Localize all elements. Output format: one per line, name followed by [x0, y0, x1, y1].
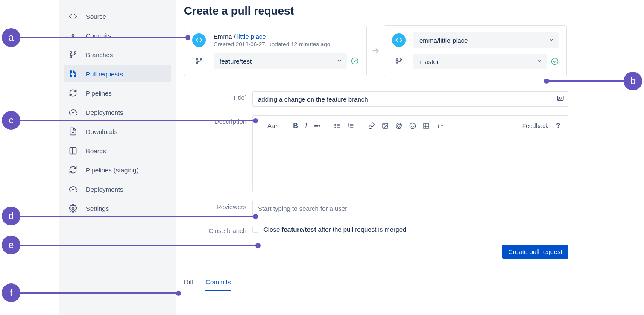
help-icon[interactable]: ?	[556, 122, 560, 130]
sidebar-item-label: Pull requests	[86, 70, 123, 78]
source-repo-name: Emma / little place	[214, 33, 330, 40]
cloud-upload-icon	[68, 184, 78, 194]
svg-point-23	[552, 58, 558, 65]
svg-point-3	[70, 52, 72, 53]
pull-request-icon	[68, 69, 78, 79]
sidebar-item-pipelines-staging[interactable]: Pipelines (staging)	[64, 161, 171, 178]
tabs: Diff Commits	[184, 276, 609, 291]
description-editor[interactable]: Aa B I ••• 123	[252, 115, 568, 192]
svg-point-16	[200, 58, 202, 60]
svg-point-0	[72, 35, 74, 37]
sidebar-item-label: Deployments	[86, 186, 123, 193]
sidebar-item-deployments[interactable]: Deployments	[64, 104, 171, 121]
emoji-button[interactable]	[407, 121, 418, 131]
select-value: feature/test	[220, 58, 252, 65]
contact-card-icon[interactable]	[556, 94, 564, 104]
sidebar-item-deployments-2[interactable]: Deployments	[64, 181, 171, 198]
tab-commits[interactable]: Commits	[205, 276, 231, 291]
sidebar-item-label: Pipelines	[86, 90, 112, 97]
source-branch-select[interactable]: feature/test	[214, 53, 347, 69]
editor-toolbar: Aa B I ••• 123	[253, 116, 568, 136]
sidebar-item-label: Branches	[86, 51, 113, 58]
sidebar-item-settings[interactable]: Settings	[64, 200, 171, 217]
sidebar-item-label: Source	[86, 13, 106, 20]
svg-rect-45	[424, 123, 429, 128]
status-check-icon	[551, 58, 559, 65]
svg-point-4	[74, 52, 76, 53]
sidebar-item-pull-requests[interactable]: Pull requests	[64, 65, 171, 82]
sidebar-item-pipelines[interactable]: Pipelines	[64, 85, 171, 102]
more-formatting-button[interactable]: •••	[312, 121, 322, 131]
sidebar-item-label: Boards	[86, 147, 106, 155]
download-icon	[68, 126, 78, 137]
svg-point-8	[74, 75, 76, 77]
bullet-list-button[interactable]	[332, 121, 342, 131]
svg-point-21	[400, 59, 402, 61]
status-check-icon	[351, 57, 359, 65]
annotation-c: c	[2, 111, 20, 130]
mention-button[interactable]: @	[394, 120, 404, 131]
sidebar-item-branches[interactable]: Branches	[64, 46, 171, 63]
svg-text:3: 3	[348, 126, 349, 128]
svg-point-25	[559, 97, 560, 99]
arrow-icon	[367, 46, 384, 55]
commit-icon	[68, 30, 78, 41]
link-button[interactable]	[366, 121, 377, 131]
annotation-f: f	[2, 283, 20, 302]
annotation-e: e	[2, 236, 20, 254]
main-content: Create a pull request Emma / little plac…	[176, 0, 614, 315]
table-button[interactable]	[421, 121, 431, 131]
feedback-link[interactable]: Feedback	[522, 122, 548, 129]
svg-rect-11	[70, 148, 76, 154]
repo-icon	[192, 33, 206, 47]
numbered-list-button[interactable]: 123	[346, 121, 356, 131]
annotation-b: b	[624, 72, 642, 90]
svg-point-41	[384, 124, 385, 125]
title-label: Title*	[184, 91, 252, 107]
branch-icon	[192, 57, 206, 65]
svg-point-20	[396, 59, 398, 61]
bold-button[interactable]: B	[291, 120, 300, 131]
pipelines-icon	[68, 165, 78, 175]
svg-point-18	[352, 58, 358, 64]
description-label: Description	[184, 115, 252, 192]
tab-diff[interactable]: Diff	[184, 276, 193, 291]
insert-more-button[interactable]: +	[435, 121, 446, 131]
image-button[interactable]	[380, 121, 390, 131]
italic-button[interactable]: I	[303, 120, 309, 131]
sidebar-item-boards[interactable]: Boards	[64, 142, 171, 159]
sidebar-item-source[interactable]: Source	[64, 8, 171, 25]
sidebar-item-downloads[interactable]: Downloads	[64, 123, 171, 140]
code-icon	[68, 11, 78, 21]
close-branch-checkbox[interactable]	[252, 227, 258, 233]
select-value: master	[419, 58, 439, 65]
gear-icon	[68, 203, 78, 213]
sidebar-item-commits[interactable]: Commits	[64, 27, 171, 44]
dest-repo-select[interactable]: emma/little-place	[413, 32, 559, 48]
dest-branch-card: emma/little-place master	[384, 25, 567, 76]
title-input[interactable]	[252, 91, 568, 107]
svg-point-28	[335, 124, 335, 124]
reviewers-label: Reviewers	[184, 201, 252, 216]
dest-branch-select[interactable]: master	[413, 54, 547, 69]
pipelines-icon	[68, 88, 78, 98]
close-branch-text: Close feature/test after the pull reques…	[263, 226, 406, 233]
boards-icon	[68, 146, 78, 156]
reviewers-input[interactable]: Start typing to search for a user	[252, 201, 568, 216]
branch-icon	[392, 58, 406, 65]
app-frame: Source Commits Branches Pull requests Pi…	[59, 0, 614, 315]
source-repo-meta: Created 2018-06-27, updated 12 minutes a…	[214, 41, 330, 47]
svg-point-6	[70, 75, 72, 77]
annotation-d: d	[2, 207, 20, 225]
branch-icon	[68, 50, 78, 60]
chevron-down-icon	[548, 37, 554, 44]
sidebar-item-label: Deployments	[86, 109, 123, 116]
svg-point-42	[410, 123, 416, 128]
svg-point-30	[335, 127, 335, 128]
source-repo-link[interactable]: little place	[237, 33, 266, 40]
text-style-button[interactable]: Aa	[266, 120, 281, 131]
svg-point-29	[335, 125, 335, 126]
repo-icon	[392, 33, 406, 47]
source-branch-card: Emma / little place Created 2018-06-27, …	[184, 26, 367, 76]
create-pull-request-button[interactable]: Create pull request	[502, 245, 568, 259]
